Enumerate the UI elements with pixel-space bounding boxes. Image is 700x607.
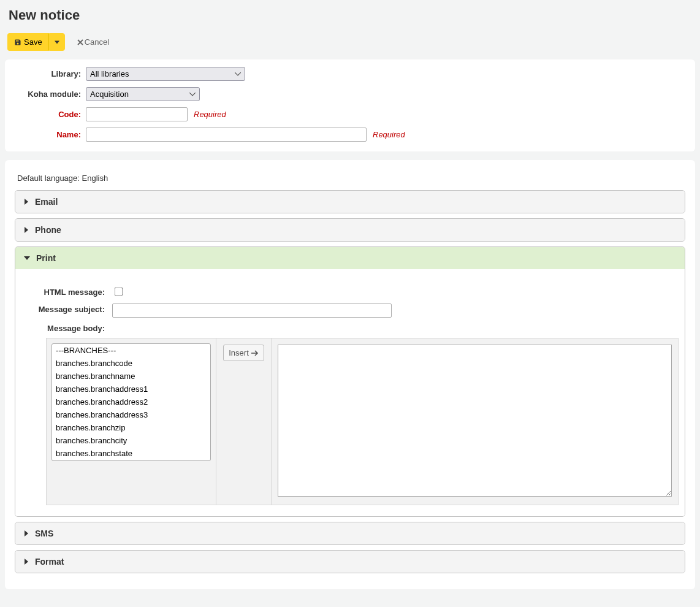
name-label: Name:	[11, 130, 86, 139]
panel-print-header[interactable]: Print	[15, 247, 685, 269]
fields-select[interactable]: ---BRANCHES---branches.branchcodebranche…	[51, 343, 211, 461]
panel-format: Format	[15, 550, 685, 573]
name-required-tag: Required	[373, 130, 405, 139]
default-language-value: English	[82, 174, 108, 183]
save-button-label: Save	[24, 37, 42, 47]
save-dropdown-button[interactable]	[49, 33, 65, 51]
panel-format-header[interactable]: Format	[15, 551, 685, 573]
module-select[interactable]: Acquisition	[86, 87, 200, 101]
panel-print: Print HTML message: Message subject: Mes…	[15, 246, 685, 517]
field-option[interactable]: branches.branchzip	[52, 421, 210, 434]
panel-email: Email	[15, 190, 685, 213]
field-option[interactable]: branches.branchaddress2	[52, 395, 210, 408]
caret-down-icon	[24, 256, 30, 261]
arrow-right-icon	[251, 350, 259, 356]
page-title: New notice	[9, 7, 695, 23]
caret-down-icon	[55, 40, 59, 44]
panel-print-label: Print	[36, 253, 56, 263]
body-textarea[interactable]	[278, 345, 672, 497]
caret-right-icon	[24, 530, 29, 536]
message-panels-card: Default language: English Email Phone Pr…	[5, 160, 695, 589]
caret-right-icon	[24, 227, 29, 233]
field-option[interactable]: branches.branchname	[52, 370, 210, 383]
panel-email-header[interactable]: Email	[15, 191, 685, 213]
html-message-label: HTML message:	[21, 286, 112, 297]
panel-phone-label: Phone	[35, 225, 61, 235]
library-label: Library:	[11, 69, 86, 78]
save-button[interactable]: Save	[7, 33, 49, 51]
field-option[interactable]: branches.branchaddress1	[52, 383, 210, 395]
insert-button-label: Insert	[229, 348, 249, 357]
html-message-checkbox[interactable]	[115, 288, 123, 296]
notice-form-card: Library: All libraries Koha module: Acqu…	[5, 59, 695, 151]
field-option[interactable]: branches.branchaddress3	[52, 408, 210, 421]
code-required-tag: Required	[194, 110, 226, 119]
panel-email-label: Email	[35, 197, 58, 207]
message-body-editor: ---BRANCHES---branches.branchcodebranche…	[46, 338, 679, 505]
save-icon	[14, 39, 21, 46]
name-input[interactable]	[86, 128, 367, 142]
panel-print-body: HTML message: Message subject: Message b…	[15, 269, 685, 516]
field-option[interactable]: ---BRANCHES---	[52, 344, 210, 357]
panel-phone: Phone	[15, 218, 685, 242]
code-label: Code:	[11, 110, 86, 119]
field-option[interactable]: branches.branchcode	[52, 357, 210, 370]
insert-button[interactable]: Insert	[223, 345, 264, 361]
default-language: Default language: English	[17, 174, 683, 183]
code-input[interactable]	[86, 107, 188, 121]
panel-sms: SMS	[15, 522, 685, 545]
caret-right-icon	[24, 559, 29, 565]
cancel-button[interactable]: Cancel	[74, 37, 113, 47]
save-button-group: Save	[7, 33, 65, 51]
toolbar: Save Cancel	[7, 33, 695, 51]
panel-sms-label: SMS	[35, 529, 53, 538]
insert-column: Insert	[216, 338, 272, 505]
body-column	[272, 338, 679, 505]
subject-input[interactable]	[112, 304, 392, 318]
module-label: Koha module:	[11, 90, 86, 99]
caret-right-icon	[24, 199, 29, 205]
body-label: Message body:	[21, 324, 112, 333]
cancel-button-label: Cancel	[85, 37, 109, 47]
field-option[interactable]: branches.branchcity	[52, 434, 210, 447]
panel-sms-header[interactable]: SMS	[15, 522, 685, 544]
field-option[interactable]: branches.branchstate	[52, 447, 210, 460]
panel-phone-header[interactable]: Phone	[15, 219, 685, 241]
subject-label: Message subject:	[21, 304, 112, 314]
fields-column: ---BRANCHES---branches.branchcodebranche…	[46, 338, 216, 505]
close-icon	[77, 39, 83, 45]
default-language-label: Default language:	[17, 174, 82, 183]
library-select[interactable]: All libraries	[86, 67, 245, 81]
panel-format-label: Format	[35, 557, 64, 567]
